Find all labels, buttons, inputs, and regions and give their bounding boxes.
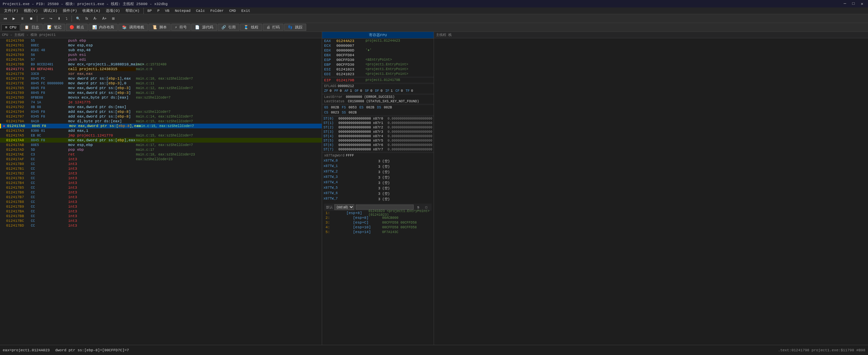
menu-debug[interactable]: 调试(D) — [41, 7, 60, 14]
tab-callstack[interactable]: 📚 调用堆栈 — [118, 24, 148, 31]
watch-row-1[interactable]: 1: [esp+8] 01241023 <project1.EntryPoint… — [324, 211, 432, 215]
reg-esi[interactable]: ESI 01241023 <project1.EntryPoint> — [322, 67, 434, 72]
disasm-row[interactable]: 01241790 74 1A je 1241775 — [0, 100, 322, 105]
tb-font-inc[interactable]: A+ — [100, 16, 109, 21]
reg-edi[interactable]: EDI 01241023 <project1.EntryPoint> — [322, 72, 434, 77]
maximize-button[interactable]: □ — [850, 1, 857, 6]
tb-search[interactable]: 🔍 — [74, 16, 82, 21]
close-button[interactable]: ✕ — [859, 1, 865, 6]
disasm-row[interactable]: 01241761 88EC mov esp,esp — [0, 43, 322, 48]
disasm-row[interactable]: 012417B6CCint3 — [0, 190, 322, 195]
menu-bp[interactable]: BP — [145, 7, 155, 14]
disasm-row[interactable]: 0124178D 0FBE08 movsx ecx,byte ptr ds:[e… — [0, 95, 322, 100]
disasm-row[interactable]: 012417B8CCint3 — [0, 200, 322, 204]
disasm-row[interactable]: 012417A3 8300 01 add eax,1 — [0, 128, 322, 133]
tb-restart[interactable]: ⏮ — [1, 16, 9, 21]
disasm-row[interactable]: 012417B5CCint3 — [0, 185, 322, 190]
disasm-row[interactable]: 012417B2CCint3 — [0, 171, 322, 176]
disasm-row[interactable]: 012417B3CCint3 — [0, 176, 322, 181]
disasm-row[interactable]: 01241769 56 push esi — [0, 53, 322, 57]
disasm-row[interactable]: 0124179A 8A10 mov dl,byte ptr ds:[eax] m… — [0, 119, 322, 124]
disasm-row-current[interactable]: ● 012417A0 8845 F8 mov eax,dword ptr ss:… — [0, 124, 322, 128]
tab-trace[interactable]: 👣 跳踪 — [284, 24, 306, 31]
tb-font-dec[interactable]: A- — [91, 16, 99, 21]
disasm-row[interactable]: 012417BDCCint3 — [0, 223, 322, 228]
tab-breakpoints[interactable]: 🔴 断点 — [66, 24, 88, 31]
menu-cmd[interactable]: CMD — [226, 7, 239, 14]
reg-ebp[interactable]: EBP 00CFFD30 <project1.EntryPoint> — [322, 62, 434, 67]
tb-run-to-cursor[interactable]: ⤵ — [63, 16, 70, 21]
tb-step-over[interactable]: ↪ — [47, 16, 55, 21]
menu-options[interactable]: 选项(O) — [103, 7, 123, 14]
menu-view[interactable]: 视图(V) — [21, 7, 41, 14]
disasm-row[interactable]: 01241785 8845 F8 mov eax,dword ptr ss:[e… — [0, 86, 322, 90]
tab-print[interactable]: 🖨 打码 — [263, 24, 284, 31]
menu-plugins[interactable]: 插件(P) — [60, 7, 80, 14]
disasm-row[interactable]: 01241789 8845 F8 mov eax,dword ptr ss:[e… — [0, 90, 322, 95]
tb-expr[interactable]: fx — [83, 16, 91, 21]
disasm-row[interactable]: 012417BCCCint3 — [0, 218, 322, 223]
disasm-row[interactable]: 012417A8 8845 F8 mov eax,dword ptr ss:[e… — [0, 138, 322, 143]
menu-p[interactable]: P — [155, 7, 162, 14]
menu-file[interactable]: 文件(F) — [1, 7, 21, 14]
menu-favorites[interactable]: 收藏夹(A) — [80, 7, 103, 14]
disasm-row[interactable]: 01241794 0345 F8 add eax,dword ptr ss:[e… — [0, 109, 322, 114]
reg-ebx[interactable]: EBX 00CFFD84 — [322, 53, 434, 58]
tb-options[interactable]: ⊞ — [110, 16, 117, 21]
tb-run[interactable]: ▶ — [10, 16, 18, 21]
disasm-row[interactable]: 012417AB 88E5 mov esp,ebp main.c:17, eax… — [0, 143, 322, 147]
disasm-row[interactable]: 0124177E 8945 FC 00000000 mov dword ptr … — [0, 81, 322, 86]
menu-folder[interactable]: Folder — [208, 7, 226, 14]
disasm-row[interactable]: 01241763 81EC 48 sub esp,48 — [0, 48, 322, 53]
tab-notes[interactable]: 📝 笔记 — [43, 24, 65, 31]
watch-input[interactable] — [356, 205, 414, 210]
disasm-row[interactable]: 012417B9CCint3 — [0, 204, 322, 209]
disasm-row[interactable]: 01241776 33C0 xor eax,eax — [0, 71, 322, 76]
tab-cpu[interactable]: ≡ CPU — [1, 24, 20, 30]
tab-symbols[interactable]: ⚡ 符号 — [171, 24, 191, 31]
disasm-container[interactable]: 01241760 55 push ebp 01241761 88EC mov e… — [0, 38, 322, 345]
disasm-row[interactable]: 0124176B B9 0CCD2401 mov ecx,<project1._… — [0, 62, 322, 67]
reg-edx[interactable]: EDX 0000000D '♦' — [322, 48, 434, 53]
disasm-row[interactable]: 012417AE C3 ret main.c:18, eax:szShellCo… — [0, 152, 322, 157]
disasm-row[interactable]: 012417B0CCint3 — [0, 162, 322, 166]
disasm-row[interactable]: 01241792 8B 08 mov eax,dword ptr ds:[eax… — [0, 105, 322, 109]
menu-notepad[interactable]: Notepad — [172, 7, 193, 14]
tb-pause[interactable]: ⏸ — [18, 16, 26, 21]
tab-log[interactable]: 📋 日志 — [21, 24, 43, 31]
disasm-row[interactable]: 01241778 8945 FC mov dword ptr ss:[ebp-1… — [0, 76, 322, 81]
reg-eip[interactable]: EIP 0124179B project1.0124179B — [322, 78, 434, 83]
tab-source[interactable]: 📄 源代码 — [191, 24, 217, 31]
reg-esp[interactable]: ESP 00CFFD30 <&EntryPoint> — [322, 58, 434, 62]
disasm-row[interactable]: 01241771 E8 8EFA2401 call project1.12438… — [0, 67, 322, 71]
tab-memory-layout[interactable]: 📊 内存布局 — [88, 24, 118, 31]
reg-ecx[interactable]: ECX 00000007 — [322, 43, 434, 48]
tb-stop[interactable]: ⏹ — [27, 16, 35, 21]
tab-threads[interactable]: 🧵 线程 — [240, 24, 262, 31]
disasm-row[interactable]: 012417AF CC int3 eax:szShellCode=23 — [0, 157, 322, 162]
disasm-row[interactable]: 012417B7CCint3 — [0, 195, 322, 200]
tb-step-out[interactable]: ⬇ — [55, 16, 63, 21]
minimize-button[interactable]: — — [842, 1, 848, 6]
disasm-row[interactable]: 01241797 0345 F8 add eax,dword ptr ss:[e… — [0, 114, 322, 119]
watch-dropdown[interactable]: (std:all) — [334, 204, 354, 210]
menu-help[interactable]: 帮助(H) — [123, 7, 142, 14]
disasm-row[interactable]: 012417AD 5D pop ebp main.c:17 — [0, 147, 322, 152]
watch-row-3[interactable]: 3: [esp+C] 00CFFD58 00CFFD58 — [324, 220, 432, 225]
disasm-row[interactable]: 012417BACCint3 — [0, 209, 322, 214]
disasm-row[interactable]: 012417BBCCint3 — [0, 214, 322, 218]
tab-references[interactable]: 🔗 引用 — [218, 24, 240, 31]
tb-step-into[interactable]: ↩ — [39, 16, 46, 21]
disasm-row[interactable]: 012417B4CCint3 — [0, 181, 322, 185]
reg-eax[interactable]: EAX 01244A23 project1.01244A23 — [322, 39, 434, 43]
menu-vb[interactable]: VB — [162, 7, 172, 14]
disasm-row[interactable]: 012417A5 EB 0C jmp project1.1241770 main… — [0, 133, 322, 138]
watch-row-4[interactable]: 4: [esp+10] 00CFFD58 00CFFD58 — [324, 225, 432, 230]
watch-row-5[interactable]: 5: [esp+14] 0F7A143C — [324, 230, 432, 234]
tab-script[interactable]: 📜 脚本 — [149, 24, 171, 31]
menu-calc[interactable]: Calc — [193, 7, 208, 14]
disasm-row[interactable]: 0124176A 57 push edi — [0, 57, 322, 62]
menu-exit[interactable]: Exit — [239, 7, 253, 14]
disasm-row[interactable]: 012417B1CCint3 — [0, 166, 322, 171]
disasm-row[interactable]: 01241760 55 push ebp — [0, 38, 322, 43]
